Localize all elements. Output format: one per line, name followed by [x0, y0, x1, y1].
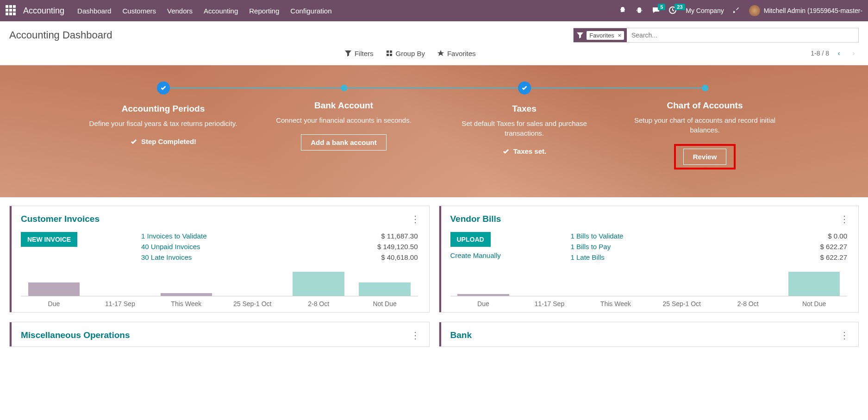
step-status: Step Completed!: [130, 138, 196, 145]
card-title[interactable]: Bank: [450, 330, 472, 340]
bar-label: 2-8 Oct: [715, 296, 781, 307]
amount: $ 11,687.30: [353, 232, 418, 240]
card-title[interactable]: Customer Invoices: [21, 214, 100, 224]
card-title[interactable]: Vendor Bills: [450, 214, 501, 224]
card-menu-icon[interactable]: ⋮: [840, 213, 849, 225]
amount: $ 622.27: [782, 253, 847, 261]
step-action-button[interactable]: Add a bank account: [301, 134, 387, 150]
card-menu-icon[interactable]: ⋮: [411, 213, 420, 225]
step-title: Accounting Periods: [82, 104, 244, 114]
bar-label: Not Due: [781, 296, 847, 307]
bills-to-validate-link[interactable]: 1 Bills to Validate: [571, 232, 764, 240]
amount: $ 0.00: [782, 232, 847, 240]
favorites-button[interactable]: Favorites: [437, 50, 476, 57]
bar-column: 11-17 Sep: [516, 268, 582, 307]
step-action-button[interactable]: Review: [683, 149, 727, 165]
pager-value[interactable]: 1-8 / 8: [811, 50, 829, 57]
onboard-step: TaxesSet default Taxes for sales and pur…: [434, 85, 615, 169]
search-input[interactable]: [627, 28, 858, 42]
amount: $ 149,120.50: [353, 243, 418, 251]
invoices-to-validate-link[interactable]: 1 Invoices to Validate: [141, 232, 335, 240]
menu-reporting[interactable]: Reporting: [249, 7, 279, 15]
late-bills-link[interactable]: 1 Late Bills: [571, 253, 764, 261]
avatar: [749, 5, 760, 16]
control-panel: Filters Group By Favorites 1-8 / 8 ‹ ›: [0, 43, 868, 65]
card-bank: Bank ⋮: [439, 322, 859, 347]
user-name: Mitchell Admin (19559645-master-: [764, 7, 862, 14]
card-title[interactable]: Miscellaneous Operations: [21, 330, 130, 340]
bar[interactable]: [788, 272, 840, 296]
bar[interactable]: [293, 272, 344, 296]
upload-button[interactable]: UPLOAD: [450, 232, 491, 247]
pager-next[interactable]: ›: [849, 47, 859, 59]
step-dot-done: [518, 81, 531, 94]
bar-column: This Week: [582, 268, 649, 307]
unpaid-invoices-link[interactable]: 40 Unpaid Invoices: [141, 243, 335, 251]
bar-column: Due: [21, 268, 87, 307]
page-title: Accounting Dashboard: [9, 29, 112, 41]
bar[interactable]: [161, 293, 212, 296]
company-switcher[interactable]: My Company: [686, 7, 724, 14]
bar-column: Not Due: [352, 268, 418, 307]
bar[interactable]: [28, 282, 80, 296]
amount: $ 622.27: [782, 243, 847, 251]
facet-label: Favorites ×: [587, 31, 624, 40]
menu-dashboard[interactable]: Dashboard: [77, 7, 111, 15]
bar-column: 2-8 Oct: [715, 268, 781, 307]
support-icon[interactable]: [636, 6, 644, 15]
menu-vendors[interactable]: Vendors: [167, 7, 193, 15]
new-invoice-button[interactable]: NEW INVOICE: [21, 232, 77, 247]
bar-column: 25 Sep-1 Oct: [219, 268, 286, 307]
step-dot-done: [157, 81, 170, 94]
bar-label: 2-8 Oct: [286, 296, 352, 307]
bar-label: 25 Sep-1 Oct: [219, 296, 286, 307]
app-brand[interactable]: Accounting: [23, 6, 64, 16]
onboarding-banner: Accounting PeriodsDefine your fiscal yea…: [0, 65, 868, 197]
bill-aging-chart: Due11-17 SepThis Week25 Sep-1 Oct2-8 Oct…: [439, 268, 859, 312]
bar-label: Due: [21, 296, 87, 307]
bar-column: 2-8 Oct: [286, 268, 352, 307]
tools-icon[interactable]: [732, 6, 741, 15]
card-vendor-bills: Vendor Bills ⋮ UPLOAD Create Manually 1 …: [439, 206, 859, 313]
bar-label: This Week: [582, 296, 649, 307]
bar-column: 11-17 Sep: [87, 268, 153, 307]
step-dot: [341, 85, 347, 91]
bar-label: 25 Sep-1 Oct: [649, 296, 715, 307]
bar-column: Not Due: [781, 268, 847, 307]
card-menu-icon[interactable]: ⋮: [840, 330, 849, 341]
bar[interactable]: [359, 282, 410, 296]
kanban: Customer Invoices ⋮ NEW INVOICE 1 Invoic…: [0, 197, 868, 355]
bar-label: This Week: [153, 296, 219, 307]
bills-to-pay-link[interactable]: 1 Bills to Pay: [571, 243, 764, 251]
filters-button[interactable]: Filters: [344, 50, 374, 57]
bar-label: Due: [450, 296, 517, 307]
menu-configuration[interactable]: Configuration: [290, 7, 331, 15]
bar-column: Due: [450, 268, 517, 307]
step-desc: Connect your financial accounts in secon…: [263, 115, 425, 125]
groupby-button[interactable]: Group By: [386, 50, 425, 57]
activities-icon[interactable]: 23: [669, 6, 677, 15]
messages-badge: 5: [658, 4, 665, 10]
card-misc-operations: Miscellaneous Operations ⋮: [9, 322, 430, 347]
bar[interactable]: [457, 294, 509, 296]
menu-customers[interactable]: Customers: [122, 7, 156, 15]
activities-badge: 23: [674, 4, 685, 10]
late-invoices-link[interactable]: 30 Late Invoices: [141, 253, 335, 261]
step-dot: [702, 85, 708, 91]
bar-column: 25 Sep-1 Oct: [649, 268, 715, 307]
step-status: Taxes set.: [502, 147, 546, 155]
menu-accounting[interactable]: Accounting: [204, 7, 238, 15]
create-manually-link[interactable]: Create Manually: [450, 251, 501, 259]
facet-remove[interactable]: ×: [618, 32, 621, 39]
pager: 1-8 / 8 ‹ ›: [811, 47, 859, 59]
step-title: Chart of Accounts: [624, 100, 786, 111]
card-menu-icon[interactable]: ⋮: [411, 330, 420, 341]
main-menu: Dashboard Customers Vendors Accounting R…: [77, 7, 331, 15]
step-desc: Define your fiscal years & tax returns p…: [82, 119, 244, 128]
debug-icon[interactable]: [619, 6, 627, 15]
pager-prev[interactable]: ‹: [834, 47, 844, 59]
messages-icon[interactable]: 5: [652, 6, 661, 15]
user-menu[interactable]: Mitchell Admin (19559645-master-: [749, 5, 862, 16]
filter-icon: [576, 31, 584, 39]
apps-icon[interactable]: [6, 5, 17, 16]
